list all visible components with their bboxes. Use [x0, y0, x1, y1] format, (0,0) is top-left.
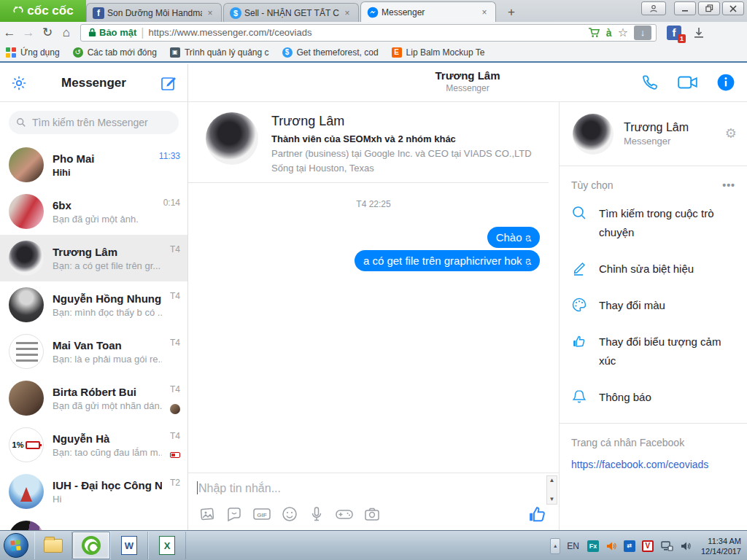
- info-icon[interactable]: [716, 73, 735, 92]
- security-label: Bảo mật: [99, 27, 136, 38]
- volume-icon[interactable]: [680, 540, 692, 552]
- show-hidden-icons-button[interactable]: ▴: [550, 538, 560, 554]
- unikey-tray-icon[interactable]: V: [642, 540, 654, 552]
- taskbar-word[interactable]: W: [110, 532, 148, 559]
- facebook-profile-link[interactable]: https://facebook.com/ceoviads: [571, 459, 735, 470]
- option-label: Tìm kiếm trong cuộc trò chuyện: [599, 204, 735, 242]
- conversation-row-nguyen-ha[interactable]: 1% Nguyễn Hà Bạn: tao cũng đau lắm m... …: [0, 421, 187, 468]
- ads-manager-icon: ▣: [170, 47, 180, 58]
- microphone-icon[interactable]: [308, 505, 325, 523]
- details-name: Trương Lâm: [624, 121, 689, 134]
- tab-close-icon[interactable]: ×: [205, 8, 215, 18]
- call-icon[interactable]: [640, 73, 659, 92]
- video-call-icon[interactable]: [677, 74, 699, 91]
- start-button[interactable]: [4, 533, 28, 558]
- conversation-row-nguyen-hong-nhung[interactable]: Nguyễn Hồng Nhung Bạn: mình đọc thấy b c…: [0, 281, 187, 328]
- contact-name: Trương Lâm: [271, 114, 532, 129]
- contact-avatar[interactable]: [206, 112, 258, 165]
- conversation-time: T4: [170, 291, 180, 301]
- bookmark-themeforest[interactable]: $ Get themeforest, cod: [282, 47, 379, 58]
- search-input[interactable]: Tìm kiếm trên Messenger: [9, 111, 179, 134]
- tab-seller[interactable]: $ Sell - NHẬN GET TẤT CẢ T ×: [223, 3, 359, 22]
- restore-button[interactable]: [698, 1, 720, 15]
- reload-button[interactable]: ↻: [38, 25, 57, 40]
- search-icon: [16, 117, 26, 128]
- clock-time: 11:34 AM: [701, 536, 741, 546]
- conversation-time: T4: [170, 244, 180, 254]
- taskbar-coccoc[interactable]: [72, 532, 110, 559]
- option-search-in-conversation[interactable]: Tìm kiếm trong cuộc trò chuyện: [560, 195, 747, 251]
- conversation-row-truong-lam[interactable]: Trương Lâm Bạn: a có get file trên gr...…: [0, 235, 187, 281]
- conversation-row-iuh[interactable]: IUH - Đại học Công N... Hi T2: [0, 468, 187, 515]
- conversation-settings-gear-icon[interactable]: ⚙: [725, 125, 737, 141]
- emoji-icon[interactable]: [281, 505, 298, 523]
- bookmark-etsy[interactable]: E Lip Balm Mockup Te: [392, 47, 485, 58]
- conversation-row-dat-lanh-team[interactable]: Đất lành team: [0, 515, 187, 530]
- forward-button[interactable]: →: [19, 26, 38, 40]
- new-tab-button[interactable]: +: [500, 4, 522, 20]
- conversation-row-6bx[interactable]: 6bx Bạn đã gửi một ảnh. 0:14: [0, 188, 187, 235]
- conversation-name: Trương Lâm: [53, 246, 162, 258]
- conversation-time: T2: [170, 478, 180, 488]
- option-change-color[interactable]: Thay đổi màu: [560, 287, 747, 324]
- adblock-icon[interactable]: à: [606, 27, 612, 39]
- taskbar-explorer[interactable]: [34, 532, 72, 559]
- details-avatar[interactable]: [573, 114, 614, 155]
- remote-tool-tray-icon[interactable]: ⇄: [624, 540, 635, 552]
- coccoc-icon: [82, 536, 101, 555]
- tab-facebook[interactable]: f Son Dưỡng Môi Handmad ×: [86, 3, 222, 22]
- sticker-icon[interactable]: [225, 505, 243, 523]
- clock[interactable]: 11:34 AM 12/14/2017: [701, 536, 741, 556]
- bookmark-label: Lip Balm Mockup Te: [406, 47, 485, 58]
- address-bar[interactable]: Bảo mật | https://www.messenger.com/t/ce…: [80, 24, 657, 42]
- camera-icon[interactable]: [363, 505, 381, 523]
- conversation-preview: Bạn đã gửi một ảnh.: [53, 214, 162, 225]
- network-icon[interactable]: [660, 540, 673, 552]
- compose-icon[interactable]: [160, 74, 177, 92]
- language-indicator[interactable]: EN: [567, 541, 579, 551]
- gamepad-icon[interactable]: [335, 505, 354, 523]
- facebook-extension-icon[interactable]: f 1: [667, 26, 681, 40]
- message-list[interactable]: T4 22:25 Chào a a có get file trên graph…: [188, 183, 559, 424]
- sent-message-bubble[interactable]: a có get file trên graphicriver hok ạ: [355, 250, 540, 271]
- composer-scrollbar[interactable]: ▲▼: [546, 475, 557, 505]
- tab-messenger[interactable]: Messenger ×: [360, 1, 496, 22]
- options-menu-icon[interactable]: •••: [722, 179, 735, 191]
- history-icon: ↺: [73, 47, 83, 58]
- conversation-row-birta-robert-bui[interactable]: Birta Róbert Bui Bạn đã gửi một nhãn dán…: [0, 375, 187, 421]
- tab-close-icon[interactable]: ×: [479, 7, 489, 18]
- like-icon[interactable]: [527, 504, 547, 524]
- bookmark-recent-tabs[interactable]: ↺ Các tab mới đóng: [73, 47, 157, 58]
- settings-gear-icon[interactable]: [10, 74, 28, 92]
- option-notifications[interactable]: Thông báo: [560, 379, 747, 416]
- download-page-button[interactable]: ↓: [634, 26, 651, 40]
- bookmark-star-icon[interactable]: ☆: [618, 26, 628, 39]
- fx-tray-icon[interactable]: Fx: [587, 540, 599, 552]
- cart-icon[interactable]: [588, 27, 600, 38]
- downloads-icon[interactable]: [693, 27, 705, 39]
- scroll-up-icon[interactable]: ▲: [549, 478, 555, 483]
- photo-icon[interactable]: [198, 505, 216, 523]
- back-button[interactable]: ←: [0, 26, 19, 40]
- volume-orange-icon[interactable]: [605, 540, 617, 552]
- conversation-row-pho-mai[interactable]: Pho Mai Hihi 11:33: [0, 141, 187, 188]
- option-change-emoji[interactable]: Thay đổi biểu tượng cảm xúc: [560, 324, 747, 379]
- messenger-app: Messenger Tìm kiếm trên Messenger Pho Ma…: [0, 64, 747, 530]
- minimize-button[interactable]: [674, 1, 696, 15]
- coccoc-logo[interactable]: cốc cốc: [0, 0, 86, 22]
- profile-button[interactable]: [641, 1, 666, 15]
- gif-icon[interactable]: GIF: [252, 505, 271, 523]
- scroll-down-icon[interactable]: ▼: [549, 497, 555, 502]
- conversation-row-mai-van-toan[interactable]: Mai Van Toan Bạn: là e phải mua gói re..…: [0, 328, 187, 375]
- security-indicator[interactable]: Bảo mật: [84, 27, 141, 38]
- sidebar-title: Messenger: [28, 76, 160, 90]
- url-text[interactable]: https://www.messenger.com/t/ceoviads: [148, 27, 587, 38]
- close-button[interactable]: [722, 1, 744, 15]
- taskbar-excel[interactable]: X: [148, 532, 186, 559]
- option-edit-nickname[interactable]: Chỉnh sửa biệt hiệu: [560, 251, 747, 287]
- bookmark-ads-manager[interactable]: ▣ Trình quản lý quảng c: [170, 47, 269, 58]
- composer-placeholder[interactable]: Nhập tin nhắn...: [198, 482, 281, 495]
- tab-close-icon[interactable]: ×: [342, 8, 352, 18]
- home-button[interactable]: ⌂: [57, 26, 76, 40]
- bookmark-apps[interactable]: Ứng dụng: [6, 47, 60, 58]
